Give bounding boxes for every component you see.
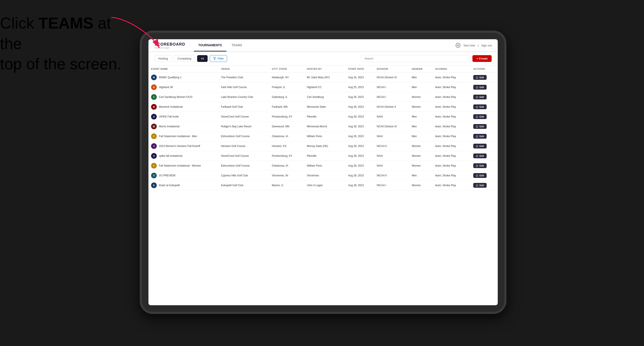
competing-filter-button[interactable]: Competing: [174, 55, 195, 62]
cell-start-date: Aug 28, 2023: [346, 122, 374, 132]
cell-gender: Women: [409, 102, 433, 112]
event-name-text: Maverick Invitational: [159, 105, 183, 108]
edit-icon: [476, 125, 478, 128]
svg-point-1: [457, 45, 459, 46]
cell-gender: Men: [409, 132, 433, 141]
team-logo: K: [151, 182, 157, 188]
cell-scoring: team, Stroke Play: [433, 161, 471, 171]
create-button[interactable]: + Create: [472, 55, 492, 62]
edit-button[interactable]: Edit: [473, 173, 486, 178]
cell-city-state: Galesburg, IL: [269, 92, 304, 102]
cell-gender: Men: [409, 112, 433, 122]
edit-button[interactable]: Edit: [473, 163, 486, 168]
cell-scoring: team, Stroke Play: [433, 171, 471, 180]
event-name-text: Fall Statesmen Invitational - Men: [159, 135, 197, 138]
event-name-text: MSMC Qualifying 1: [159, 76, 182, 79]
col-header-event: EVENT NAME: [148, 65, 218, 73]
cell-event-name: H Highland 36: [148, 82, 218, 92]
cell-scoring: team, Stroke Play: [433, 180, 471, 190]
edit-icon: [476, 96, 478, 98]
cell-event-name: M MSMC Qualifying 1: [148, 73, 218, 82]
tab-teams[interactable]: TEAMS: [227, 39, 246, 51]
team-logo: C: [151, 94, 157, 100]
cell-start-date: Aug 28, 2023: [346, 171, 374, 180]
cell-event-name: K Klash at Kokopelli: [148, 180, 218, 190]
edit-button[interactable]: Edit: [473, 114, 486, 119]
cell-event-name: 2 2023 Women's Hesston Fall Kickoff: [148, 141, 218, 151]
cell-hosted-by: Pikeville: [304, 151, 345, 161]
gear-icon[interactable]: [456, 43, 460, 48]
tablet-screen: SCOREBOARD Powered by Clippit TOURNAMENT…: [148, 39, 498, 305]
cell-start-date: Aug 28, 2023: [346, 132, 374, 141]
cell-event-name: U UPIKE Fall Invite: [148, 112, 218, 122]
cell-actions: Edit: [471, 180, 498, 190]
edit-button[interactable]: Edit: [473, 154, 486, 158]
edit-button[interactable]: Edit: [473, 95, 486, 99]
cell-division: NICAA II: [374, 141, 409, 151]
team-logo: V: [151, 173, 157, 178]
cell-venue: Park Hills Golf Course: [218, 82, 269, 92]
cell-division: NICAA I: [374, 180, 409, 190]
cell-venue: Hesston Golf Course: [218, 141, 269, 151]
edit-button[interactable]: Edit: [473, 183, 486, 188]
edit-icon: [476, 106, 478, 108]
event-name-text: UPIKE Fall Invite: [159, 115, 179, 118]
cell-hosted-by: Minnesota State: [304, 102, 345, 112]
col-header-scoring: SCORING: [433, 65, 471, 73]
cell-hosted-by: Murray State (OK): [304, 141, 345, 151]
cell-start-date: Aug 28, 2023: [346, 112, 374, 122]
tab-tournaments[interactable]: TOURNAMENTS: [194, 39, 226, 51]
tablet-frame: SCOREBOARD Powered by Clippit TOURNAMENT…: [140, 30, 506, 314]
edit-button[interactable]: Edit: [473, 134, 486, 139]
cell-venue: Ruttger's Bay Lake Resort: [218, 122, 269, 132]
toolbar: Hosting Competing All Filter + Create: [148, 52, 498, 65]
svg-marker-2: [214, 57, 216, 60]
edit-button[interactable]: Edit: [473, 104, 486, 109]
edit-icon: [476, 174, 478, 177]
cell-event-name: V VU PREVIEW: [148, 171, 218, 180]
cell-scoring: team, Stroke Play: [433, 112, 471, 122]
filter-icon-button[interactable]: Filter: [210, 55, 227, 62]
cell-hosted-by: Pikeville: [304, 112, 345, 122]
cell-actions: Edit: [471, 92, 498, 102]
sign-out-link[interactable]: Sign out: [481, 44, 492, 47]
col-header-gender: GENDER: [409, 65, 433, 73]
main-nav: TOURNAMENTS TEAMS: [194, 39, 456, 51]
event-name-text: upike fall invitational: [159, 154, 182, 158]
edit-button[interactable]: Edit: [473, 85, 486, 90]
cell-venue: Edmundson Golf Course: [218, 132, 269, 141]
cell-event-name: F Fall Statesmen Invitational - Men: [148, 132, 218, 141]
event-name-text: Carl Sandburg Women FA23: [159, 96, 192, 99]
search-input[interactable]: [361, 55, 470, 62]
edit-button[interactable]: Edit: [473, 124, 486, 129]
cell-start-date: Aug 28, 2023: [346, 151, 374, 161]
cell-division: NCAA Division III: [374, 122, 409, 132]
edit-button[interactable]: Edit: [473, 144, 486, 149]
edit-icon: [476, 184, 478, 187]
cell-gender: Women: [409, 151, 433, 161]
table-row: K Klash at Kokopelli Kokopelli Golf Club…: [148, 180, 498, 190]
cell-scoring: team, Stroke Play: [433, 122, 471, 132]
divider: |: [478, 44, 478, 47]
all-filter-button[interactable]: All: [197, 55, 208, 62]
app-header: SCOREBOARD Powered by Clippit TOURNAMENT…: [148, 39, 498, 52]
edit-button[interactable]: Edit: [473, 75, 486, 80]
table-row: 2 2023 Women's Hesston Fall Kickoff Hess…: [148, 141, 498, 151]
cell-gender: Men: [409, 73, 433, 82]
table-row: F Fall Statesmen Invitational - Men Edmu…: [148, 132, 498, 141]
cell-scoring: team, Stroke Play: [433, 82, 471, 92]
cell-division: NCAA Division II: [374, 102, 409, 112]
cell-division: NAIA: [374, 132, 409, 141]
team-logo: M: [151, 124, 157, 129]
table-row: V VU PREVIEW Cypress Hills Golf Club Vin…: [148, 171, 498, 180]
edit-icon: [476, 135, 478, 138]
filter-icon: [213, 57, 216, 60]
event-name-text: Fall Statesmen Invitational - Women: [159, 164, 201, 167]
col-header-division: DIVISION: [374, 65, 409, 73]
table-row: M MSMC Qualifying 1 The Powelton Club Ne…: [148, 73, 498, 82]
cell-venue: Lake Bracken Country Club: [218, 92, 269, 102]
table-row: M Morris Invitational Ruttger's Bay Lake…: [148, 122, 498, 132]
col-header-hosted: HOSTED BY: [304, 65, 345, 73]
cell-city-state: Marion, IL: [269, 180, 304, 190]
team-logo: H: [151, 84, 157, 90]
